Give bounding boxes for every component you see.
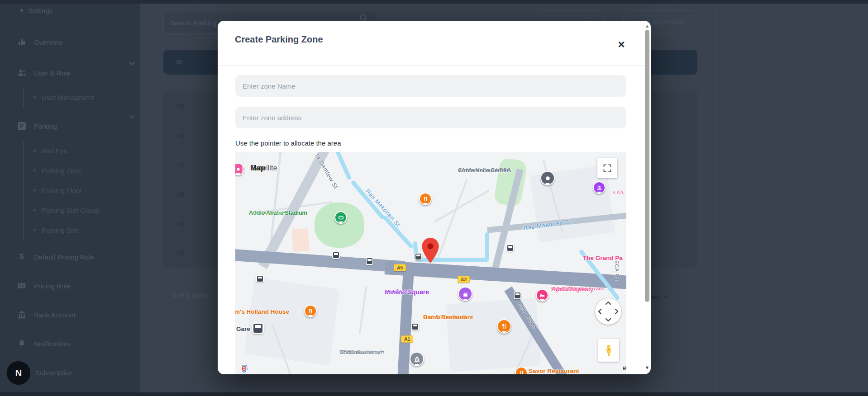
bullet-icon (33, 149, 36, 152)
column-header-id[interactable]: ID (176, 59, 183, 66)
bus-station-icon[interactable] (514, 292, 521, 299)
parking-icon: P (16, 122, 27, 130)
fdre-poi-icon[interactable] (410, 352, 424, 366)
sidebar-item-label: Parking Zone (42, 167, 82, 174)
africa-hall-poi-icon[interactable] (540, 171, 555, 185)
sidebar-item-bird-eye[interactable]: Bird Eye (0, 144, 140, 157)
pan-arrows-icon (595, 298, 621, 325)
sidebar-item-bank-account[interactable]: Bank Account (0, 308, 140, 321)
chevron-down-icon (663, 294, 669, 300)
cell-id: 15 (176, 102, 184, 110)
zone-address-input[interactable]: Enter zone address (235, 107, 626, 128)
content-right-divider (715, 0, 716, 396)
create-parking-zone-modal: Create Parking Zone × Enter zone Name En… (218, 21, 651, 374)
cell-id: 18 (176, 190, 184, 198)
route-badge-a1: A1 (401, 335, 413, 343)
sidebar-item-parking-zone[interactable]: Parking Zone (0, 164, 140, 177)
chevron-down-icon[interactable] (129, 60, 136, 67)
window-bottom-strip (0, 392, 868, 396)
zone-address-placeholder: Enter zone address (243, 114, 301, 122)
pan-control[interactable] (595, 298, 621, 325)
bus-station-icon[interactable] (366, 257, 373, 265)
n-avatar[interactable]: N (6, 360, 31, 386)
sidebar-item-label: Overview (34, 38, 62, 46)
bus-station-icon[interactable] (415, 253, 422, 260)
route-badge-a5: A5 (394, 264, 406, 271)
map-hint-text: Use the pointer to allocate the area (235, 139, 341, 147)
report-error-link[interactable]: Report a map error (623, 366, 626, 371)
sidebar-item-label: Parking (34, 123, 57, 130)
sidebar-item-parking-floor[interactable]: Parking Floor (0, 184, 140, 197)
location-pin-icon[interactable] (422, 238, 439, 263)
dollar-icon: $ (16, 253, 27, 261)
pegman-button[interactable] (598, 339, 619, 362)
stadium-poi-icon[interactable] (334, 211, 347, 224)
bus-station-icon[interactable] (256, 275, 264, 283)
bullet-icon (33, 169, 36, 172)
sidebar-item-label: User Managment (42, 94, 94, 101)
pegman-icon (604, 344, 614, 357)
meskel-square-poi-icon[interactable] (458, 287, 472, 301)
bullet-icon (33, 96, 36, 99)
window-top-strip (0, 0, 868, 4)
google-map[interactable]: ta Damtew St Ras Mekonen St Ras Mekonen … (235, 152, 626, 374)
sidebar-item-label: User & Role (34, 69, 71, 77)
bank-icon (16, 310, 27, 319)
sidebar-item-settings[interactable]: Settings (0, 4, 140, 17)
restaurant-poi-icon[interactable] (419, 193, 432, 205)
cell-id: 16 (176, 132, 184, 139)
sidebar-item-user-role[interactable]: User & Role (0, 66, 140, 80)
scrollbar-thumb[interactable] (645, 30, 649, 302)
street-label: ECA Rd (614, 260, 620, 281)
bullet-icon (33, 209, 36, 212)
close-icon[interactable]: × (614, 37, 629, 52)
fullscreen-button[interactable] (597, 158, 617, 178)
sidebar-item-label: Subscription (35, 369, 73, 377)
hyatt-poi-icon[interactable] (536, 289, 548, 302)
scrollbar-down-arrow[interactable]: ▼ (644, 364, 651, 371)
bullet-icon (33, 229, 36, 231)
chevron-down-icon[interactable] (129, 113, 136, 120)
sidebar-item-label: Parking Slot (42, 226, 78, 234)
train-station-icon[interactable] (252, 322, 264, 334)
users-icon (16, 68, 27, 77)
sidebar: Settings Overview User & Role User Manag… (0, 0, 140, 396)
sidebar-item-label: Bird Eye (42, 147, 67, 155)
sidebar-item-user-managment[interactable]: User Managment (0, 90, 140, 104)
price-card-icon (16, 281, 27, 290)
satellite-button[interactable]: Satellite (242, 157, 286, 178)
holland-restaurant-poi-icon[interactable] (304, 305, 317, 317)
sidebar-item-label: Parking Slot Group (42, 207, 99, 214)
avatar-letter: N (15, 368, 22, 378)
sidebar-item-parking-slot-group[interactable]: Parking Slot Group (0, 203, 140, 217)
cell-id: 20 (176, 249, 184, 257)
bullet-icon (33, 189, 36, 192)
cell-id: 17 (176, 161, 184, 169)
sidebar-item-parking[interactable]: P Parking (0, 119, 140, 133)
sidebar-item-pricing-rule[interactable]: Pricing Rule (0, 279, 140, 292)
bar-chart-icon (16, 38, 27, 46)
bus-station-icon[interactable] (506, 244, 514, 252)
sidebar-item-notifications[interactable]: Notifications (0, 337, 140, 350)
sidebar-item-overview[interactable]: Overview (0, 35, 140, 49)
modal-title: Create Parking Zone (235, 34, 323, 45)
sidebar-item-label: Pricing Rule (34, 282, 71, 290)
bullet-icon (20, 9, 23, 12)
app-root: Settings Overview User & Role User Manag… (0, 0, 868, 396)
museum-poi-icon[interactable] (593, 181, 606, 194)
sidebar-item-parking-slot[interactable]: Parking Slot (0, 223, 140, 237)
bus-station-icon[interactable] (332, 251, 340, 259)
sidebar-item-label: Bank Account (34, 311, 76, 319)
sidebar-item-label: Settings (28, 7, 52, 14)
zone-name-input[interactable]: Enter zone Name (235, 75, 626, 97)
sidebar-item-label: Parking Floor (42, 187, 82, 194)
bus-station-icon[interactable] (411, 323, 419, 330)
modal-divider (218, 65, 651, 66)
zone-name-placeholder: Enter zone Name (243, 82, 296, 90)
sidebar-item-label: Default Pricing Rule (34, 253, 94, 261)
route-badge-a2: A2 (458, 276, 470, 283)
sidebar-item-default-pricing-rule[interactable]: $ Default Pricing Rule (0, 250, 140, 264)
map-water-layer (235, 152, 626, 374)
scrollbar-up-arrow[interactable]: ▲ (644, 23, 651, 29)
union-restaurant-poi-icon[interactable] (497, 319, 511, 334)
